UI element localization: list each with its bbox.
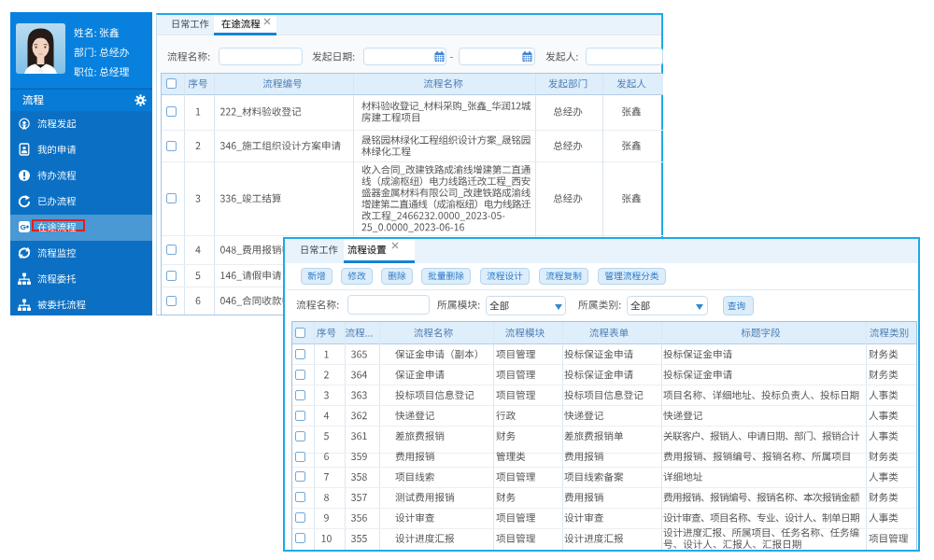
svg-text:G: G xyxy=(21,223,26,231)
